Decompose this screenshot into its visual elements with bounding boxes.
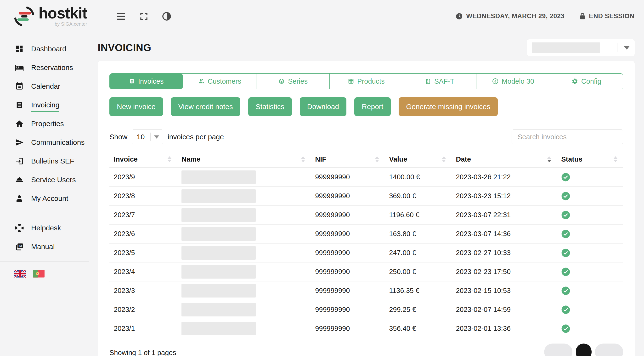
top-header: hostkit by SIGA.center WEDNESDAY, MARCH … xyxy=(0,0,644,32)
sidebar-item-manual[interactable]: PDF Manual xyxy=(14,237,89,256)
table-row[interactable]: 2023/1 999999990 356.40 € 2023-02-01 13:… xyxy=(110,319,623,338)
language-switcher xyxy=(14,270,89,278)
tab-series[interactable]: Series xyxy=(256,74,330,89)
pagination xyxy=(544,343,623,356)
status-cell xyxy=(557,286,623,295)
sidebar-item-properties[interactable]: Properties xyxy=(14,114,89,133)
sidebar-item-dashboard[interactable]: Dashboard xyxy=(14,40,89,58)
redacted-name xyxy=(182,227,256,241)
brand-name: hostkit xyxy=(38,6,87,21)
brand-tagline: by SIGA.center xyxy=(54,21,87,27)
per-page-select[interactable]: 10 xyxy=(132,129,163,144)
table-row[interactable]: 2023/5 999999990 247.00 € 2023-02-27 10:… xyxy=(110,244,623,263)
property-selector[interactable] xyxy=(527,39,635,56)
date-text: WEDNESDAY, MARCH 29, 2023 xyxy=(466,13,564,20)
bed-icon xyxy=(14,63,24,72)
nif-cell: 999999990 xyxy=(311,211,385,219)
nif-cell: 999999990 xyxy=(311,287,385,295)
property-name-redacted xyxy=(532,42,600,53)
sidebar-item-communications[interactable]: Communications xyxy=(14,133,89,152)
euro-circle-icon: € xyxy=(492,78,499,85)
table-row[interactable]: 2023/6 999999990 163.80 € 2023-03-07 14:… xyxy=(110,225,623,244)
uk-flag-icon[interactable] xyxy=(14,270,26,278)
tab-invoices[interactable]: Invoices xyxy=(110,74,183,89)
tab-saf-t[interactable]: SAF-T xyxy=(403,74,476,89)
name-cell xyxy=(177,208,311,222)
clock-icon xyxy=(456,13,463,20)
sidebar-item-reservations[interactable]: Reservations xyxy=(14,58,89,77)
sidebar-item-helpdesk[interactable]: Helpdesk xyxy=(14,219,89,237)
column-header-invoice[interactable]: Invoice xyxy=(110,155,177,163)
tab-products[interactable]: Products xyxy=(330,74,403,89)
column-header-value[interactable]: Value xyxy=(385,155,452,163)
current-date: WEDNESDAY, MARCH 29, 2023 xyxy=(456,13,564,20)
contrast-icon[interactable] xyxy=(162,12,172,21)
sidebar-item-my-account[interactable]: My Account xyxy=(14,189,89,208)
invoicing-card: Invoices Customers Series xyxy=(98,61,635,356)
report-button[interactable]: Report xyxy=(354,97,391,116)
sidebar-item-service-users[interactable]: Service Users xyxy=(14,170,89,189)
per-page-suffix: invoices per page xyxy=(168,133,224,141)
check-circle-icon xyxy=(561,192,570,201)
tab-bar: Invoices Customers Series xyxy=(110,73,623,89)
invoice-cell: 2023/5 xyxy=(110,249,177,257)
current-page-button[interactable] xyxy=(576,343,592,356)
name-cell xyxy=(177,322,311,335)
table-row[interactable]: 2023/4 999999990 250.00 € 2023-02-23 17:… xyxy=(110,263,623,281)
name-cell xyxy=(177,170,311,184)
column-header-date[interactable]: Date xyxy=(452,155,557,163)
tab-label: Series xyxy=(288,77,308,85)
tab-modelo-30[interactable]: € Modelo 30 xyxy=(476,74,550,89)
new-invoice-button[interactable]: New invoice xyxy=(110,97,163,116)
sidebar: Dashboard Reservations Calendar Invoicin… xyxy=(0,32,89,278)
redacted-name xyxy=(182,170,256,184)
value-cell: 299.25 € xyxy=(385,306,452,314)
date-cell: 2023-03-26 21:22 xyxy=(452,173,557,181)
date-cell: 2023-02-27 10:33 xyxy=(452,249,557,257)
column-header-status[interactable]: Status xyxy=(557,155,623,163)
person-icon xyxy=(14,194,24,203)
file-archive-icon xyxy=(425,78,431,84)
previous-page-button[interactable] xyxy=(544,343,572,356)
sidebar-item-calendar[interactable]: Calendar xyxy=(14,77,89,96)
view-credit-notes-button[interactable]: View credit notes xyxy=(171,97,240,116)
date-cell: 2023-03-07 14:36 xyxy=(452,230,557,238)
table-row[interactable]: 2023/2 999999990 299.25 € 2023-02-07 14:… xyxy=(110,300,623,319)
nif-cell: 999999990 xyxy=(311,230,385,238)
column-header-nif[interactable]: NIF xyxy=(311,155,385,163)
sidebar-item-invoicing[interactable]: Invoicing xyxy=(14,96,89,114)
column-header-name[interactable]: Name xyxy=(177,155,311,163)
download-button[interactable]: Download xyxy=(300,97,346,116)
menu-icon[interactable] xyxy=(116,12,126,20)
users-icon xyxy=(198,78,205,85)
table-row[interactable]: 2023/9 999999990 1400.00 € 2023-03-26 21… xyxy=(110,168,623,187)
table-row[interactable]: 2023/8 999999990 369.00 € 2023-03-23 15:… xyxy=(110,187,623,206)
name-cell xyxy=(177,246,311,260)
receipt-icon xyxy=(14,101,24,109)
sign-in-icon xyxy=(14,157,24,165)
value-cell: 163.80 € xyxy=(385,230,452,238)
date-cell: 2023-02-15 10:53 xyxy=(452,287,557,295)
portugal-flag-icon[interactable] xyxy=(33,270,44,278)
sidebar-item-bulletins-sef[interactable]: Bulletins SEF xyxy=(14,152,89,170)
status-cell xyxy=(557,324,623,333)
statistics-button[interactable]: Statistics xyxy=(248,97,292,116)
chevron-down-icon xyxy=(154,135,159,138)
sort-icon xyxy=(375,156,379,162)
send-icon xyxy=(14,138,24,147)
value-cell: 1400.00 € xyxy=(385,173,452,181)
tab-config[interactable]: Config xyxy=(550,74,623,89)
end-session-button[interactable]: END SESSION xyxy=(579,13,634,20)
next-page-button[interactable] xyxy=(595,343,623,356)
table-row[interactable]: 2023/3 999999990 1136.35 € 2023-02-15 10… xyxy=(110,281,623,300)
fullscreen-icon[interactable] xyxy=(139,12,148,21)
value-cell: 250.00 € xyxy=(385,268,452,276)
search-input[interactable] xyxy=(512,129,623,144)
chevron-down-icon xyxy=(624,46,630,50)
table-row[interactable]: 2023/7 999999990 1196.60 € 2023-03-07 22… xyxy=(110,206,623,225)
invoice-cell: 2023/6 xyxy=(110,230,177,238)
table-header: Invoice Name NIF Value xyxy=(110,151,623,168)
tab-customers[interactable]: Customers xyxy=(183,74,256,89)
name-cell xyxy=(177,189,311,203)
generate-missing-invoices-button[interactable]: Generate missing invoices xyxy=(398,97,498,116)
